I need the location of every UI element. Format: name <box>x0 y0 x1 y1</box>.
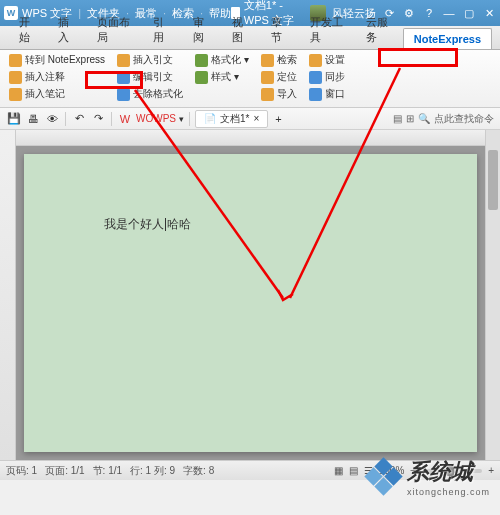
horizontal-ruler[interactable] <box>16 130 485 146</box>
goto-noteexpress-button[interactable]: 转到 NoteExpress <box>6 52 108 68</box>
wps-logo-icon[interactable]: W <box>117 111 133 127</box>
note-icon <box>9 71 22 84</box>
scrollbar-thumb[interactable] <box>488 150 498 210</box>
sync-button[interactable]: 同步 <box>306 69 348 85</box>
edit-icon <box>117 71 130 84</box>
goto-icon <box>9 54 22 67</box>
watermark-logo-icon <box>367 460 401 494</box>
minimize-button[interactable]: — <box>442 6 456 20</box>
document-area: 我是个好人哈哈 <box>0 130 500 460</box>
window-button[interactable]: 窗口 <box>306 86 348 102</box>
help-icon[interactable]: ? <box>422 6 436 20</box>
settings-icon[interactable]: ⚙ <box>402 6 416 20</box>
close-button[interactable]: ✕ <box>482 6 496 20</box>
format-dropdown[interactable]: 格式化 ▾ <box>192 52 252 68</box>
close-tab-icon[interactable]: × <box>253 113 259 124</box>
insert-memo-button[interactable]: 插入笔记 <box>6 86 108 102</box>
unformat-icon <box>117 88 130 101</box>
separator: | <box>78 7 81 19</box>
view-mode-icon[interactable]: ▤ <box>393 113 402 124</box>
ribbon-tabs: 开始 插入 页面布局 引用 审阅 视图 章节 开发工具 云服务 NoteExpr… <box>0 26 500 50</box>
document-page[interactable]: 我是个好人哈哈 <box>24 154 477 452</box>
preview-icon[interactable]: 👁 <box>44 111 60 127</box>
locate-button[interactable]: 定位 <box>258 69 300 85</box>
document-text[interactable]: 我是个好人哈哈 <box>104 216 191 233</box>
gear-icon <box>309 54 322 67</box>
status-page[interactable]: 页码: 1 <box>6 464 37 478</box>
import-button[interactable]: 导入 <box>258 86 300 102</box>
settings-button[interactable]: 设置 <box>306 52 348 68</box>
watermark: 系统城 xitongcheng.com <box>367 457 490 497</box>
ribbon: 转到 NoteExpress 插入注释 插入笔记 插入引文 编辑引文 去除格式化… <box>0 50 500 108</box>
insert-citation-button[interactable]: 插入引文 <box>114 52 186 68</box>
ruler-icon[interactable]: ⊞ <box>406 113 414 124</box>
quick-access-bar: 💾 🖶 👁 ↶ ↷ W WOWPS ▾ 📄 文档1* × + ▤ ⊞ 🔍 点此查… <box>0 108 500 130</box>
tab-chapter[interactable]: 章节 <box>260 10 299 49</box>
page-viewport[interactable]: 我是个好人哈哈 <box>16 146 485 460</box>
style-dropdown[interactable]: 样式 ▾ <box>192 69 252 85</box>
vertical-scrollbar[interactable] <box>485 130 500 460</box>
sync-icon <box>309 71 322 84</box>
memo-icon <box>9 88 22 101</box>
document-tab[interactable]: 📄 文档1* × <box>195 110 268 128</box>
search-button[interactable]: 检索 <box>258 52 300 68</box>
tab-layout[interactable]: 页面布局 <box>86 10 142 49</box>
search-icon <box>261 54 274 67</box>
print-icon[interactable]: 🖶 <box>25 111 41 127</box>
status-section[interactable]: 节: 1/1 <box>93 464 122 478</box>
vertical-ruler[interactable] <box>0 130 16 460</box>
status-pos[interactable]: 行: 1 列: 9 <box>130 464 175 478</box>
command-search[interactable]: 点此查找命令 <box>434 112 494 126</box>
text-cursor <box>165 218 166 231</box>
add-tab-button[interactable]: + <box>271 113 285 125</box>
status-chars[interactable]: 字数: 8 <box>183 464 214 478</box>
view-print-icon[interactable]: ▦ <box>334 465 343 476</box>
tab-noteexpress[interactable]: NoteExpress <box>403 28 492 49</box>
import-icon <box>261 88 274 101</box>
view-web-icon[interactable]: ▤ <box>349 465 358 476</box>
tab-cloud[interactable]: 云服务 <box>355 10 403 49</box>
insert-note-button[interactable]: 插入注释 <box>6 69 108 85</box>
edit-citation-button[interactable]: 编辑引文 <box>114 69 186 85</box>
undo-icon[interactable]: ↶ <box>71 111 87 127</box>
watermark-text: 系统城 <box>407 457 490 487</box>
window-icon <box>309 88 322 101</box>
format-icon <box>195 54 208 67</box>
redo-icon[interactable]: ↷ <box>90 111 106 127</box>
watermark-url: xitongcheng.com <box>407 487 490 497</box>
locate-icon <box>261 71 274 84</box>
save-icon[interactable]: 💾 <box>6 111 22 127</box>
tab-start[interactable]: 开始 <box>8 10 47 49</box>
status-pages[interactable]: 页面: 1/1 <box>45 464 84 478</box>
tab-devtools[interactable]: 开发工具 <box>299 10 355 49</box>
wps-label[interactable]: WOWPS <box>136 113 176 124</box>
tab-view[interactable]: 视图 <box>221 10 260 49</box>
maximize-button[interactable]: ▢ <box>462 6 476 20</box>
citation-icon <box>117 54 130 67</box>
remove-format-button[interactable]: 去除格式化 <box>114 86 186 102</box>
tab-reference[interactable]: 引用 <box>142 10 181 49</box>
style-icon <box>195 71 208 84</box>
